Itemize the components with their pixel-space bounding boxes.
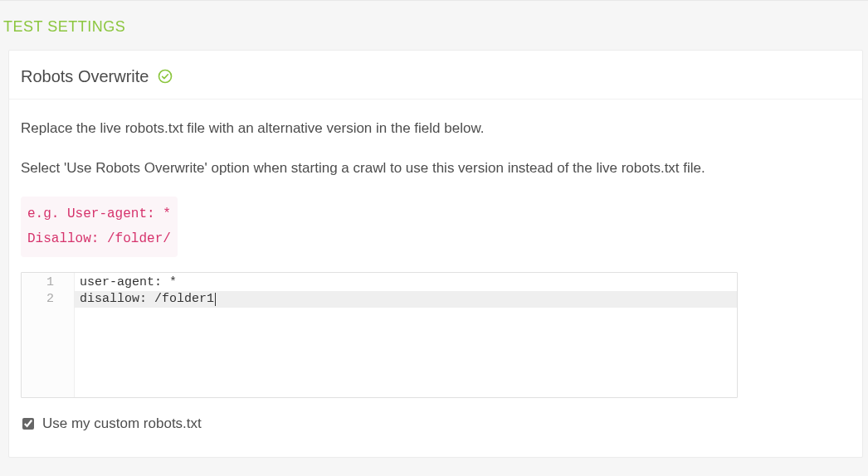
code-text: user-agent: * (80, 274, 177, 291)
example-snippet: e.g. User-agent: * Disallow: /folder/ (21, 197, 178, 257)
svg-point-0 (158, 70, 171, 83)
panel-header: Robots Overwrite (9, 51, 862, 100)
code-line-active[interactable]: disallow: /folder1 (75, 291, 737, 308)
robots-editor[interactable]: 1 2 user-agent: * disallow: /folder1 (21, 272, 738, 398)
panel-title: Robots Overwrite (21, 64, 149, 89)
use-custom-robots-row[interactable]: Use my custom robots.txt (21, 413, 847, 435)
code-line[interactable]: user-agent: * (75, 274, 737, 291)
use-custom-robots-label: Use my custom robots.txt (42, 413, 202, 435)
settings-page: TEST SETTINGS Robots Overwrite Replace t… (0, 0, 868, 476)
gutter-line: 1 (22, 274, 74, 291)
gutter-line: 2 (22, 291, 74, 308)
editor-gutter: 1 2 (22, 273, 75, 397)
editor-content[interactable]: user-agent: * disallow: /folder1 (75, 273, 737, 397)
description-line-1: Replace the live robots.txt file with an… (21, 118, 847, 139)
use-custom-robots-checkbox[interactable] (22, 418, 34, 430)
text-cursor (215, 293, 216, 306)
description-line-2: Select 'Use Robots Overwrite' option whe… (21, 158, 847, 179)
section-title: TEST SETTINGS (0, 1, 868, 50)
panel-body: Replace the live robots.txt file with an… (9, 100, 862, 437)
robots-overwrite-panel: Robots Overwrite Replace the live robots… (8, 50, 863, 458)
code-text: disallow: /folder1 (80, 291, 214, 308)
check-circle-icon (158, 69, 173, 84)
